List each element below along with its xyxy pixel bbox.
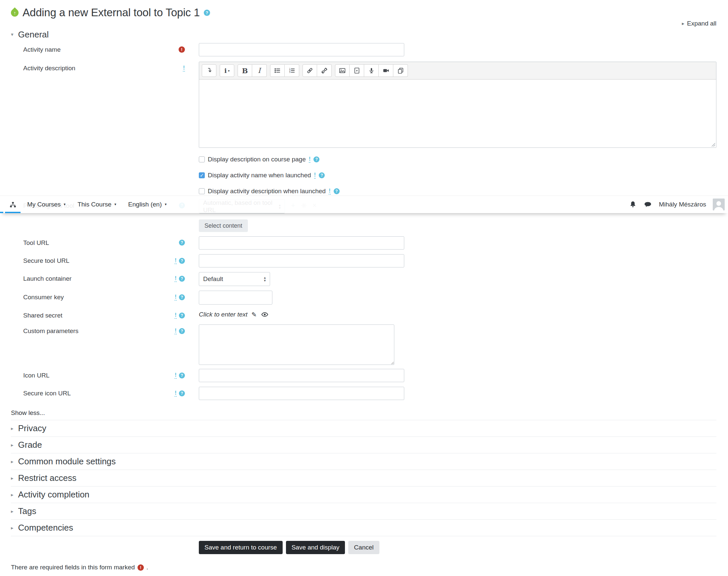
caret-down-icon: ▾: [11, 31, 13, 37]
secure-icon-url-label: Secure icon URL: [23, 390, 71, 397]
help-icon[interactable]: ?: [179, 276, 185, 282]
checkbox-label: Display activity description when launch…: [208, 188, 326, 195]
info-icon: !: [314, 172, 316, 179]
caret-right-icon: ▸: [682, 21, 685, 27]
italic-icon[interactable]: I: [252, 64, 267, 77]
nav-this-course[interactable]: This Course▾: [78, 201, 116, 208]
help-icon[interactable]: ?: [314, 156, 319, 163]
save-and-display-button[interactable]: Save and display: [286, 541, 345, 554]
select-content-button[interactable]: Select content: [199, 220, 248, 232]
page-header: ↑ Adding a new External tool to Topic 1 …: [11, 6, 717, 19]
info-icon: !: [183, 65, 185, 71]
help-icon[interactable]: ?: [334, 188, 340, 194]
info-icon: !: [175, 294, 177, 300]
info-icon: !: [309, 156, 311, 163]
manage-files-icon[interactable]: [393, 64, 408, 77]
info-icon: !: [175, 258, 177, 264]
caret-right-icon: ▸: [11, 509, 13, 514]
shared-secret-row: Shared secret !? Click to enter text ✎: [11, 310, 717, 319]
caret-right-icon: ▸: [11, 426, 13, 432]
launch-container-label: Launch container: [23, 275, 71, 282]
show-less-link[interactable]: Show less...: [11, 409, 45, 417]
activity-description-label: Activity description: [23, 65, 75, 72]
sitemap-icon: [9, 201, 17, 209]
launch-container-select[interactable]: Default ▴▾: [199, 272, 270, 286]
insert-media-icon[interactable]: [350, 64, 364, 77]
shared-secret-value[interactable]: Click to enter text: [199, 311, 247, 318]
help-icon[interactable]: ?: [179, 240, 185, 246]
caret-right-icon: ▸: [11, 492, 13, 498]
messages-icon[interactable]: [643, 201, 652, 208]
activity-name-input[interactable]: [199, 43, 404, 56]
help-icon[interactable]: ?: [179, 391, 185, 396]
secure-tool-url-input[interactable]: [199, 254, 404, 267]
collapsed-sections: ▸ Privacy ▸ Grade ▸ Common module settin…: [11, 420, 717, 536]
secure-icon-url-input[interactable]: [199, 387, 404, 400]
consumer-key-input[interactable]: [199, 291, 272, 305]
icon-url-input[interactable]: [199, 369, 404, 382]
custom-parameters-textarea[interactable]: [199, 324, 394, 365]
unordered-list-icon[interactable]: [270, 64, 285, 77]
info-icon: !: [329, 188, 331, 195]
caret-right-icon: ▸: [11, 459, 13, 465]
show-secret-eye-icon[interactable]: [261, 311, 269, 318]
section-grade[interactable]: ▸ Grade: [11, 436, 717, 453]
section-restrict-access[interactable]: ▸ Restrict access: [11, 470, 717, 486]
required-icon: !: [138, 565, 144, 571]
record-video-icon[interactable]: [379, 64, 393, 77]
sticky-navbar: My Courses▾ This Course▾ English (en)▾ M…: [0, 196, 728, 213]
ordered-list-icon[interactable]: 123: [285, 64, 299, 77]
help-icon[interactable]: ?: [179, 258, 185, 264]
avatar[interactable]: [713, 199, 725, 210]
tool-url-row: Tool URL ?: [11, 236, 717, 250]
checkbox-label: Display activity name when launched: [208, 172, 311, 179]
display-description-checkbox[interactable]: [199, 156, 205, 163]
help-icon[interactable]: ?: [319, 172, 325, 178]
nav-my-courses[interactable]: My Courses▾: [27, 201, 66, 208]
edit-pencil-icon[interactable]: ✎: [252, 311, 257, 318]
unlink-icon[interactable]: [317, 64, 332, 77]
collapse-toolbar-icon[interactable]: [202, 64, 216, 77]
expand-all-link[interactable]: Expand all: [687, 20, 717, 27]
section-general[interactable]: General: [18, 29, 49, 40]
nav-tab-sitemap[interactable]: [5, 198, 21, 213]
display-activity-description-checkbox[interactable]: [199, 188, 205, 194]
resize-handle-icon[interactable]: [711, 143, 716, 147]
display-activity-name-checkbox[interactable]: [199, 172, 205, 178]
info-icon: !: [175, 312, 177, 319]
text-format-icon[interactable]: i▾: [220, 64, 234, 77]
tool-url-input[interactable]: [199, 236, 404, 250]
editor-content-area[interactable]: [199, 80, 716, 147]
secure-tool-url-label: Secure tool URL: [23, 257, 69, 264]
nav-language[interactable]: English (en)▾: [128, 201, 167, 208]
record-audio-icon[interactable]: [364, 64, 379, 77]
cancel-button[interactable]: Cancel: [348, 541, 379, 554]
help-icon[interactable]: ?: [179, 294, 185, 300]
section-tags[interactable]: ▸ Tags: [11, 503, 717, 519]
icon-url-row: Icon URL !?: [11, 369, 717, 382]
section-activity-completion[interactable]: ▸ Activity completion: [11, 486, 717, 503]
bold-icon[interactable]: B: [238, 64, 252, 77]
help-icon[interactable]: ?: [204, 9, 210, 16]
save-and-return-button[interactable]: Save and return to course: [199, 541, 283, 554]
insert-link-icon[interactable]: [302, 64, 317, 77]
help-icon[interactable]: ?: [179, 328, 185, 334]
consumer-key-row: Consumer key !?: [11, 291, 717, 305]
nav-tab-partial[interactable]: [0, 198, 3, 213]
caret-right-icon: ▸: [11, 442, 13, 448]
tool-url-label: Tool URL: [23, 239, 49, 247]
page: ↑ Adding a new External tool to Topic 1 …: [0, 0, 728, 576]
user-name[interactable]: Mihály Mészáros: [659, 201, 706, 208]
section-privacy[interactable]: ▸ Privacy: [11, 420, 717, 436]
custom-parameters-row: Custom parameters !?: [11, 324, 717, 365]
activity-name-row: Activity name !: [11, 43, 717, 56]
external-tool-icon: ↑: [9, 7, 20, 18]
section-common-module-settings[interactable]: ▸ Common module settings: [11, 453, 717, 470]
insert-image-icon[interactable]: [335, 64, 350, 77]
consumer-key-label: Consumer key: [23, 294, 64, 301]
notifications-bell-icon[interactable]: [629, 201, 637, 208]
help-icon[interactable]: ?: [179, 313, 185, 318]
section-competencies[interactable]: ▸ Competencies: [11, 519, 717, 536]
checkbox-row: Display activity description when launch…: [199, 187, 717, 196]
help-icon[interactable]: ?: [179, 373, 185, 378]
